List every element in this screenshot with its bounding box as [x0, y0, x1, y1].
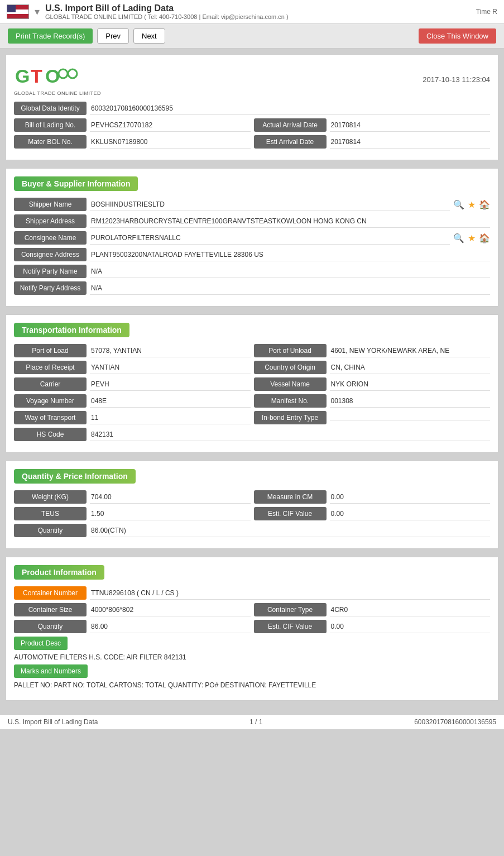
logo-header: G T O GLOBAL TRADE ONLINE LIMITED 2017-1… — [14, 63, 490, 96]
esti-cif-label: Esti. CIF Value — [254, 507, 327, 520]
main-content: G T O GLOBAL TRADE ONLINE LIMITED 2017-1… — [0, 49, 504, 714]
port-load-item: Port of Load 57078, YANTIAN — [14, 344, 251, 357]
notify-name-row: Notify Party Name N/A — [14, 265, 490, 278]
transportation-header: Transportation Information — [14, 323, 129, 337]
voyage-value: 048E — [90, 395, 251, 408]
weight-label: Weight (KG) — [14, 490, 87, 504]
hs-code-value: 842131 — [90, 428, 490, 441]
bol-label: Bill of Lading No. — [14, 118, 87, 132]
global-identity-row: Global Data Identity 6003201708160000136… — [14, 102, 490, 115]
way-transport-item: Way of Transport 11 — [14, 411, 251, 424]
svg-text:T: T — [31, 65, 42, 87]
esti-cif-item: Esti. CIF Value 0.00 — [254, 507, 491, 520]
consignee-name-row: Consignee Name PUROLATORFILTERSNALLC 🔍 ★… — [14, 231, 490, 245]
bol-arrival-row: Bill of Lading No. PEVHCSZ17070182 Actua… — [14, 118, 490, 132]
home-icon[interactable]: 🏠 — [479, 199, 490, 210]
port-unload-item: Port of Unload 4601, NEW YORK/NEWARK ARE… — [254, 344, 491, 357]
teus-cif-row: TEUS 1.50 Esti. CIF Value 0.00 — [14, 507, 490, 520]
shipper-address-value: RM12023HARBOURCRYSTALCENTRE100GRANVTSTEA… — [90, 215, 490, 228]
hs-code-label: HS Code — [14, 428, 87, 441]
shipper-name-value: BOSHIINDUSTRIESLTD — [90, 198, 450, 211]
star-icon[interactable]: ★ — [468, 199, 476, 210]
prod-cif-label: Esti. CIF Value — [254, 620, 327, 633]
close-button[interactable]: Close This Window — [419, 28, 496, 44]
hs-code-row: HS Code 842131 — [14, 428, 490, 441]
marks-text: PALLET NO: PART NO: TOTAL CARTONS: TOTAL… — [14, 681, 490, 689]
gto-logo-svg: G T O — [14, 63, 81, 90]
esti-arrival-label: Esti Arrival Date — [254, 135, 327, 149]
record-timestamp: 2017-10-13 11:23:04 — [423, 75, 490, 84]
buyer-supplier-card: Buyer & Supplier Information Shipper Nam… — [6, 168, 498, 307]
port-row: Port of Load 57078, YANTIAN Port of Unlo… — [14, 344, 490, 357]
search-icon[interactable]: 🔍 — [453, 199, 464, 210]
product-info-card: Product Information Container Number TTN… — [6, 557, 498, 701]
marks-btn-row: Marks and Numbers — [14, 664, 490, 678]
buyer-supplier-header: Buyer & Supplier Information — [14, 176, 138, 191]
voyage-manifest-row: Voyage Number 048E Manifest No. 001308 — [14, 394, 490, 408]
shipper-name-row: Shipper Name BOSHIINDUSTRIESLTD 🔍 ★ 🏠 — [14, 198, 490, 211]
prod-cif-value: 0.00 — [330, 620, 491, 633]
container-size-value: 4000*806*802 — [90, 604, 251, 616]
consignee-search-icon[interactable]: 🔍 — [453, 233, 464, 243]
app-title: U.S. Import Bill of Lading Data — [45, 3, 471, 13]
time-label: Time R — [476, 8, 497, 16]
vessel-name-value: NYK ORION — [330, 378, 491, 391]
consignee-address-value: PLANT95003200NATALROAD FAYETTEVILLE 2830… — [90, 248, 490, 261]
logo-image: G T O GLOBAL TRADE ONLINE LIMITED — [14, 63, 101, 96]
footer-right: 6003201708160000136595 — [414, 718, 496, 726]
vessel-name-label: Vessel Name — [254, 377, 327, 391]
port-load-value: 57078, YANTIAN — [90, 345, 251, 357]
container-size-item: Container Size 4000*806*802 — [14, 603, 251, 616]
weight-value: 704.00 — [90, 491, 251, 504]
quantity-row: Quantity 86.00(CTN) — [14, 524, 490, 537]
port-load-label: Port of Load — [14, 344, 87, 357]
container-number-label: Container Number — [14, 586, 87, 600]
product-desc-text: AUTOMOTIVE FILTERS H.S. CODE: AIR FILTER… — [14, 653, 490, 661]
global-identity-value: 6003201708160000136595 — [90, 102, 490, 115]
dropdown-icon[interactable]: ▾ — [35, 6, 40, 18]
marks-numbers-button[interactable]: Marks and Numbers — [14, 664, 88, 678]
consignee-home-icon[interactable]: 🏠 — [479, 233, 490, 243]
country-origin-value: CN, CHINA — [330, 361, 491, 374]
container-size-label: Container Size — [14, 603, 87, 616]
quantity-label: Quantity — [14, 524, 87, 537]
container-number-row: Container Number TTNU8296108 ( CN / L / … — [14, 586, 490, 600]
product-desc-row: Product Desc — [14, 637, 490, 650]
container-number-value: TTNU8296108 ( CN / L / CS ) — [90, 587, 490, 600]
carrier-item: Carrier PEVH — [14, 377, 251, 391]
carrier-value: PEVH — [90, 378, 251, 391]
shipper-address-row: Shipper Address RM12023HARBOURCRYSTALCEN… — [14, 214, 490, 228]
teus-value: 1.50 — [90, 508, 251, 520]
print-button[interactable]: Print Trade Record(s) — [8, 28, 93, 44]
prev-button[interactable]: Prev — [97, 28, 129, 44]
product-desc-button[interactable]: Product Desc — [14, 637, 68, 650]
port-unload-value: 4601, NEW YORK/NEWARK AREA, NE — [330, 345, 491, 357]
inbond-item: In-bond Entry Type — [254, 411, 491, 424]
prod-quantity-item: Quantity 86.00 — [14, 620, 251, 633]
inbond-label: In-bond Entry Type — [254, 411, 327, 424]
notify-address-label: Notify Party Address — [14, 281, 87, 295]
quantity-value: 86.00(CTN) — [90, 524, 490, 537]
product-info-header: Product Information — [14, 565, 104, 580]
toolbar: Print Trade Record(s) Prev Next Close Th… — [0, 24, 504, 49]
carrier-label: Carrier — [14, 377, 87, 391]
svg-text:G: G — [15, 65, 30, 87]
top-bar: ▾ U.S. Import Bill of Lading Data GLOBAL… — [0, 0, 504, 24]
voyage-item: Voyage Number 048E — [14, 394, 251, 408]
next-button[interactable]: Next — [133, 28, 165, 44]
port-unload-label: Port of Unload — [254, 344, 327, 357]
svg-point-4 — [68, 69, 77, 78]
consignee-star-icon[interactable]: ★ — [468, 233, 476, 243]
esti-cif-value: 0.00 — [330, 508, 491, 520]
measure-label: Measure in CM — [254, 490, 327, 504]
transportation-card: Transportation Information Port of Load … — [6, 314, 498, 453]
way-transport-label: Way of Transport — [14, 411, 87, 424]
actual-arrival-item: Actual Arrival Date 20170814 — [254, 118, 491, 132]
receipt-origin-row: Place of Receipt YANTIAN Country of Orig… — [14, 361, 490, 374]
notify-address-row: Notify Party Address N/A — [14, 281, 490, 295]
consignee-address-label: Consignee Address — [14, 248, 87, 261]
quantity-price-card: Quantity & Price Information Weight (KG)… — [6, 461, 498, 549]
notify-name-label: Notify Party Name — [14, 265, 87, 278]
container-type-value: 4CR0 — [330, 604, 491, 616]
way-transport-value: 11 — [90, 412, 251, 424]
